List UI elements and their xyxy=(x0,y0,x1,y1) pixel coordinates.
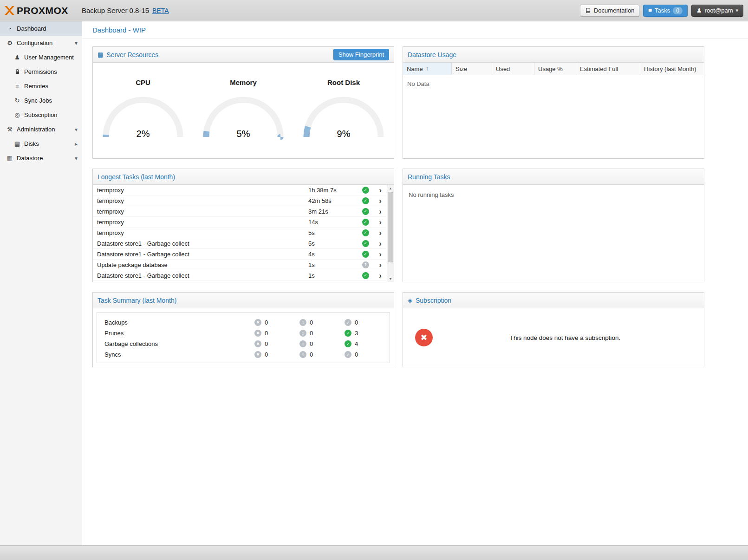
disks-icon: ▤ xyxy=(13,140,21,147)
caret-right-icon[interactable]: ▸ xyxy=(75,141,79,147)
ok-count: 4 xyxy=(355,340,358,347)
top-header: PROXMOX Backup Server 0.8-15 BETA Docume… xyxy=(0,0,748,21)
column-header-used[interactable]: Used xyxy=(492,63,534,75)
chevron-right-icon[interactable]: › xyxy=(374,218,387,226)
caret-down-icon[interactable]: ▾ xyxy=(75,126,79,133)
ok-icon xyxy=(345,340,351,347)
task-status-icon xyxy=(362,187,369,194)
task-status-icon xyxy=(362,251,369,258)
dashboard-grid: ▤ Server Resources Show Fingerprint CPU xyxy=(82,39,748,367)
panel-title: Datastore Usage xyxy=(408,51,456,59)
column-header-estimated-full[interactable]: Estimated Full xyxy=(576,63,640,75)
sidebar-item-dashboard[interactable]: ◔ Dashboard xyxy=(0,21,82,36)
server-resources-header: ▤ Server Resources Show Fingerprint xyxy=(93,47,394,63)
warning-count: 0 xyxy=(310,340,313,347)
sidebar-item-disks[interactable]: ▤ Disks ▸ xyxy=(0,137,82,151)
app-title: Backup Server 0.8-15 BETA xyxy=(82,7,169,14)
task-summary-table: Backups 0 0 0 Prunes 0 0 3 Garbage c xyxy=(97,312,390,363)
subscription-message: This node does not have a subscription. xyxy=(433,334,697,341)
chevron-right-icon[interactable]: › xyxy=(374,272,387,280)
task-row[interactable]: Datastore store1 - Garbage collect 4s › xyxy=(93,249,387,260)
sidebar-item-label: Dashboard xyxy=(17,25,46,32)
app-version-text: Backup Server 0.8-15 xyxy=(82,7,149,14)
show-fingerprint-button[interactable]: Show Fingerprint xyxy=(333,49,389,60)
ok-count: 3 xyxy=(355,330,358,337)
sidebar-item-subscription[interactable]: ◎ Subscription xyxy=(0,108,82,122)
sidebar-item-label: Sync Jobs xyxy=(24,97,52,104)
sidebar-item-permissions[interactable]: Permissions xyxy=(0,65,82,79)
subscription-body: ✖ This node does not have a subscription… xyxy=(403,308,704,367)
ok-count: 0 xyxy=(355,319,358,326)
tasks-label: Tasks xyxy=(655,7,670,14)
task-status-icon xyxy=(362,208,369,215)
caret-down-icon[interactable]: ▾ xyxy=(75,155,79,162)
gauge-value: 2% xyxy=(99,129,187,139)
datastore-usage-header: Datastore Usage xyxy=(403,47,704,63)
scroll-down-icon[interactable]: ▼ xyxy=(387,275,394,282)
sidebar-item-label: Disks xyxy=(24,140,39,147)
panel-title: Running Tasks xyxy=(408,173,450,181)
documentation-label: Documentation xyxy=(594,7,634,14)
scroll-up-icon[interactable]: ▲ xyxy=(387,185,394,192)
main-body: ◔ Dashboard ⚙ Configuration ▾ ♟ User Man… xyxy=(0,21,748,545)
error-icon xyxy=(254,340,261,347)
column-header-usage-percent[interactable]: Usage % xyxy=(534,63,576,75)
server-icon: ≡ xyxy=(13,83,21,90)
sidebar-item-configuration[interactable]: ⚙ Configuration ▾ xyxy=(0,36,82,50)
caret-down-icon[interactable]: ▾ xyxy=(75,40,79,46)
documentation-button[interactable]: Documentation xyxy=(580,5,639,17)
task-row[interactable]: termproxy 1h 38m 7s › xyxy=(93,185,387,195)
chart-icon: ▤ xyxy=(98,51,103,58)
task-row[interactable]: termproxy 14s › xyxy=(93,217,387,228)
warning-count: 0 xyxy=(310,351,313,358)
summary-label: Garbage collections xyxy=(104,340,254,347)
sidebar-item-remotes[interactable]: ≡ Remotes xyxy=(0,79,82,93)
error-count: 0 xyxy=(265,330,268,337)
column-header-size[interactable]: Size xyxy=(452,63,492,75)
user-menu-button[interactable]: ♟ root@pam ▾ xyxy=(691,5,743,17)
gears-icon: ⚙ xyxy=(6,39,14,46)
support-icon: ◎ xyxy=(13,111,21,118)
task-row[interactable]: termproxy 5s › xyxy=(93,228,387,238)
chevron-right-icon[interactable]: › xyxy=(374,229,387,237)
vertical-scrollbar[interactable]: ▲ ▼ xyxy=(387,185,394,282)
sidebar-item-label: Permissions xyxy=(24,68,57,75)
task-row[interactable]: Datastore store1 - Garbage collect 1s › xyxy=(93,270,387,281)
ok-icon xyxy=(345,330,351,337)
error-count: 0 xyxy=(265,319,268,326)
column-header-history[interactable]: History (last Month) xyxy=(640,63,704,75)
page-title: Dashboard - WIP xyxy=(92,26,146,34)
panel-title: Longest Tasks (last Month) xyxy=(98,173,175,181)
task-summary-header: Task Summary (last Month) xyxy=(93,293,394,308)
beta-link[interactable]: BETA xyxy=(152,7,169,14)
cpu-gauge: CPU 2% xyxy=(93,78,193,140)
sidebar-item-administration[interactable]: ⚒ Administration ▾ xyxy=(0,122,82,137)
error-count: 0 xyxy=(265,351,268,358)
chevron-right-icon[interactable]: › xyxy=(374,208,387,215)
chevron-right-icon[interactable]: › xyxy=(374,197,387,205)
user-icon: ♟ xyxy=(13,54,21,61)
task-row[interactable]: Update package database 1s › xyxy=(93,260,387,270)
task-status-icon xyxy=(362,219,369,226)
chevron-right-icon[interactable]: › xyxy=(374,240,387,247)
column-header-name[interactable]: Name ↑ xyxy=(403,63,452,75)
chevron-right-icon[interactable]: › xyxy=(374,186,387,194)
panel-title: Task Summary (last Month) xyxy=(98,297,176,304)
server-resources-panel: ▤ Server Resources Show Fingerprint CPU xyxy=(92,46,394,159)
task-row[interactable]: termproxy 42m 58s › xyxy=(93,195,387,206)
chevron-right-icon[interactable]: › xyxy=(374,250,387,258)
task-row[interactable]: termproxy 3m 21s › xyxy=(93,206,387,217)
task-row[interactable]: Datastore store1 - Garbage collect 5s › xyxy=(93,238,387,249)
tasks-button[interactable]: ≡ Tasks 0 xyxy=(643,5,688,17)
sidebar-item-datastore[interactable]: ▦ Datastore ▾ xyxy=(0,151,82,165)
chevron-right-icon[interactable]: › xyxy=(374,261,387,269)
page-titlebar: Dashboard - WIP xyxy=(82,21,748,39)
subscription-header: ◈ Subscription xyxy=(403,293,704,308)
sidebar-item-sync-jobs[interactable]: ↻ Sync Jobs xyxy=(0,93,82,108)
task-status-icon xyxy=(362,261,369,268)
scrollbar-thumb[interactable] xyxy=(388,192,393,262)
proxmox-logo[interactable]: PROXMOX xyxy=(4,5,82,16)
task-list-icon: ≡ xyxy=(648,7,652,13)
no-subscription-icon: ✖ xyxy=(415,329,433,346)
sidebar-item-user-management[interactable]: ♟ User Management xyxy=(0,50,82,65)
